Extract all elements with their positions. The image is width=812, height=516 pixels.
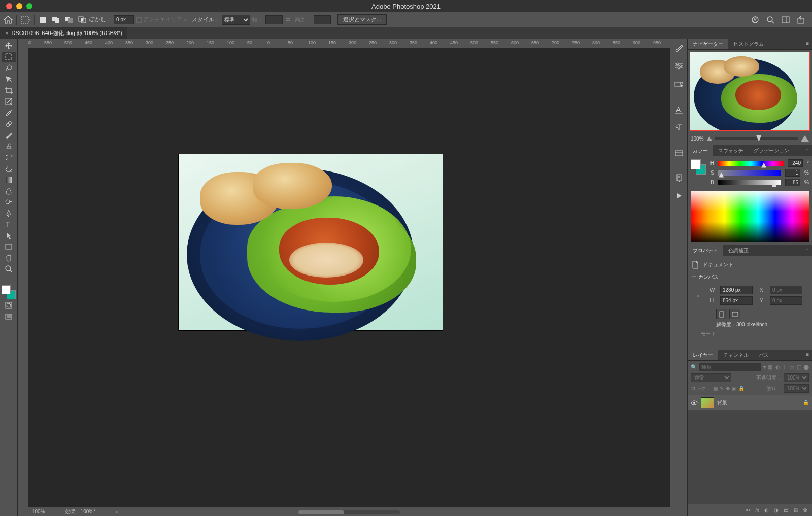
filter-pixel-icon[interactable]: ▦	[768, 364, 772, 370]
workspace-icon[interactable]	[781, 15, 791, 25]
canvas-height-input[interactable]	[720, 296, 753, 305]
zoom-in-icon[interactable]	[801, 135, 809, 142]
history-brush-tool[interactable]	[2, 152, 16, 162]
brush-settings-icon[interactable]	[673, 43, 685, 54]
window-maximize-button[interactable]	[26, 3, 32, 9]
selection-new-icon[interactable]	[38, 15, 48, 25]
landscape-orient-button[interactable]	[729, 309, 740, 319]
layer-visibility-icon[interactable]	[691, 400, 698, 405]
lock-transparency-icon[interactable]: ▦	[713, 386, 718, 391]
tab-gradients[interactable]: グラデーション	[749, 145, 794, 156]
new-group-icon[interactable]: 🗀	[784, 507, 789, 513]
feather-input[interactable]	[114, 15, 134, 24]
bri-slider[interactable]	[718, 180, 781, 185]
home-icon[interactable]	[3, 15, 13, 25]
panel-menu-icon[interactable]: ≡	[803, 350, 812, 360]
hue-slider[interactable]	[718, 161, 784, 166]
panel-menu-icon[interactable]: ≡	[803, 145, 812, 156]
layer-thumbnail[interactable]	[701, 397, 714, 408]
tab-close-icon[interactable]: ×	[5, 30, 8, 36]
adjustments-icon[interactable]	[673, 61, 685, 72]
gradient-tool[interactable]	[2, 175, 16, 185]
lock-position-icon[interactable]: ✥	[726, 386, 730, 391]
color-spectrum[interactable]	[691, 191, 809, 242]
filter-smart-icon[interactable]: ◫	[797, 364, 801, 370]
tab-properties[interactable]: プロパティ	[688, 245, 723, 256]
hue-input[interactable]	[788, 159, 803, 167]
actions-icon[interactable]	[673, 173, 685, 184]
canvas-section-toggle[interactable]: ﹀ カンバス	[692, 273, 808, 281]
tab-channels[interactable]: チャンネル	[718, 350, 754, 360]
filter-toggle-switch[interactable]: ⬤	[803, 364, 809, 370]
zoom-slider[interactable]	[715, 137, 798, 140]
pen-tool[interactable]	[2, 208, 16, 218]
styles-icon[interactable]	[673, 79, 685, 90]
eyedropper-tool[interactable]	[2, 108, 16, 118]
canvas-width-input[interactable]	[720, 286, 753, 294]
actions-play-icon[interactable]	[673, 190, 685, 201]
cloud-docs-icon[interactable]	[750, 15, 760, 25]
lasso-tool[interactable]	[2, 63, 16, 73]
sat-input[interactable]	[785, 169, 800, 177]
lock-artboard-icon[interactable]: ▣	[732, 386, 736, 391]
tab-adjustments[interactable]: 色調補正	[723, 245, 754, 256]
color-swatch-pair[interactable]	[691, 159, 706, 175]
portrait-orient-button[interactable]	[716, 309, 727, 319]
paragraph-icon[interactable]	[673, 122, 685, 133]
healing-brush-tool[interactable]	[2, 119, 16, 129]
share-icon[interactable]	[796, 15, 806, 25]
search-icon[interactable]	[765, 15, 775, 25]
window-minimize-button[interactable]	[16, 3, 22, 9]
tab-color[interactable]: カラー	[688, 145, 713, 156]
selection-intersect-icon[interactable]	[77, 15, 87, 25]
move-tool[interactable]	[2, 41, 16, 51]
layer-filter-input[interactable]	[699, 363, 761, 371]
color-swatches[interactable]	[2, 285, 16, 299]
screen-mode-toggle[interactable]	[2, 312, 16, 322]
libraries-icon[interactable]	[673, 147, 685, 158]
path-select-tool[interactable]	[2, 230, 16, 240]
foreground-swatch[interactable]	[2, 285, 11, 294]
type-tool[interactable]: T	[2, 219, 16, 229]
layer-name[interactable]: 背景	[717, 399, 727, 406]
selection-subtract-icon[interactable]	[64, 15, 74, 25]
marquee-tool[interactable]	[2, 52, 16, 62]
new-layer-icon[interactable]: ⊞	[794, 507, 798, 513]
new-adjustment-icon[interactable]: ◑	[774, 507, 779, 513]
canvas-viewport[interactable]	[28, 48, 670, 507]
zoom-tool[interactable]	[2, 264, 16, 274]
navigator-zoom-value[interactable]: 100%	[691, 136, 704, 142]
tab-paths[interactable]: パス	[754, 350, 774, 360]
layer-lock-icon[interactable]: 🔒	[803, 400, 809, 405]
tab-navigator[interactable]: ナビゲーター	[688, 39, 728, 49]
style-select[interactable]: 標準	[222, 15, 250, 25]
link-layers-icon[interactable]: ⚯	[746, 507, 750, 513]
filter-adjust-icon[interactable]: ◐	[775, 364, 780, 370]
layer-mask-icon[interactable]: ◐	[764, 507, 769, 513]
tab-layers[interactable]: レイヤー	[688, 350, 718, 360]
status-efficiency[interactable]: 効果：100%*	[65, 508, 95, 515]
horizontal-scrollbar[interactable]	[298, 510, 400, 514]
layer-filter-search-icon[interactable]: 🔍	[691, 364, 697, 370]
clone-stamp-tool[interactable]	[2, 141, 16, 151]
navigator-thumbnail[interactable]	[690, 52, 810, 131]
hand-tool[interactable]	[2, 253, 16, 263]
zoom-out-icon[interactable]	[707, 136, 712, 141]
delete-layer-icon[interactable]: 🗑	[803, 507, 808, 513]
link-wh-icon[interactable]: ⟒	[696, 293, 699, 298]
tab-swatches[interactable]: スウォッチ	[713, 145, 749, 156]
filter-type-icon[interactable]: T	[783, 364, 786, 370]
dodge-tool[interactable]	[2, 197, 16, 207]
character-icon[interactable]: A	[673, 104, 685, 115]
status-zoom[interactable]: 100%	[32, 509, 45, 514]
marquee-tool-icon[interactable]	[20, 15, 30, 25]
shape-tool[interactable]	[2, 242, 16, 252]
document-tab[interactable]: × DSC01096_640-強化.dng @ 100% (RGB/8*)	[0, 27, 127, 39]
blur-tool[interactable]	[2, 186, 16, 196]
brush-tool[interactable]	[2, 130, 16, 140]
quick-mask-toggle[interactable]	[2, 300, 16, 311]
filter-shape-icon[interactable]: ▭	[789, 364, 794, 370]
layer-fx-icon[interactable]: fx	[755, 507, 759, 513]
tab-histogram[interactable]: ヒストグラム	[728, 39, 769, 49]
quick-select-tool[interactable]	[2, 74, 16, 84]
